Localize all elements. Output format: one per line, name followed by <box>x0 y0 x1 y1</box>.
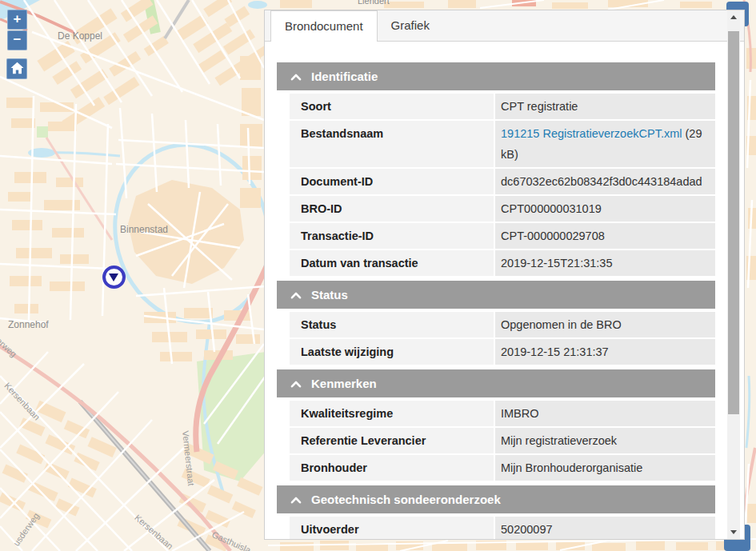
row-value: Opgenomen in de BRO <box>495 312 715 337</box>
row-value: CPT registratie <box>495 94 715 119</box>
row-value: CPT000000031019 <box>495 196 715 222</box>
table-row: Datum van transactie2019-12-15T21:31:35 <box>290 250 715 276</box>
row-label: Transactie-ID <box>290 223 494 249</box>
section-title: Geotechnisch sondeeronderzoek <box>311 493 501 506</box>
row-label: Uitvoerder <box>290 517 494 540</box>
row-value: dc67032ec62b08342f3d0c443184adad <box>495 169 715 194</box>
row-value: 2019-12-15T21:31:35 <box>495 250 715 276</box>
row-value: CPT-000000029708 <box>495 223 715 249</box>
detail-panel: BrondocumentGrafiek IdentificatieSoortCP… <box>264 10 745 540</box>
section-title: Identificatie <box>311 70 378 83</box>
row-value: IMBRO <box>495 401 715 426</box>
zoom-in-button[interactable]: + <box>7 10 27 30</box>
row-value: 50200097 <box>495 517 715 540</box>
chevron-up-icon <box>290 497 302 504</box>
table-row: Referentie LeverancierMijn registratieve… <box>290 428 715 453</box>
tab-brondocument[interactable]: Brondocument <box>270 10 378 42</box>
section-header-geotechnisch-sondeeronderzoek[interactable]: Geotechnisch sondeeronderzoek <box>277 485 715 513</box>
row-label: Datum van transactie <box>290 250 494 276</box>
table-row: Laatste wijziging2019-12-15 21:31:37 <box>290 339 715 365</box>
section-header-identificatie[interactable]: Identificatie <box>277 62 715 90</box>
row-value: 191215 RegistratieverzoekCPT.xml (29 kB) <box>495 121 715 167</box>
row-label: Bronhouder <box>290 455 494 481</box>
table-row: BronhouderMijn Bronhouderorganisatie <box>290 455 715 481</box>
marker-triangle-icon <box>109 274 118 281</box>
tab-grafiek[interactable]: Grafiek <box>378 10 443 41</box>
scrollbar-thumb[interactable] <box>728 31 739 414</box>
table-row: SoortCPT registratie <box>290 94 715 119</box>
scroll-up-button[interactable] <box>727 10 740 24</box>
scroll-down-button[interactable] <box>727 525 740 539</box>
row-label: Bestandsnaam <box>290 121 494 167</box>
section-header-status[interactable]: Status <box>277 281 715 309</box>
row-label: Referentie Leverancier <box>290 428 494 453</box>
chevron-up-icon <box>290 74 302 81</box>
table-row: StatusOpgenomen in de BRO <box>290 312 715 337</box>
row-value: Mijn Bronhouderorganisatie <box>495 455 715 481</box>
row-label: Soort <box>290 94 494 119</box>
arrow-up-icon <box>730 15 737 19</box>
row-value: 2019-12-15 21:31:37 <box>495 339 715 365</box>
map-marker[interactable] <box>102 266 126 289</box>
tab-bar: BrondocumentGrafiek <box>265 10 744 42</box>
row-label: BRO-ID <box>290 196 494 222</box>
row-label: Laatste wijziging <box>290 339 494 365</box>
chevron-up-icon <box>290 292 302 299</box>
section-header-kenmerken[interactable]: Kenmerken <box>277 369 715 397</box>
home-icon <box>10 62 24 78</box>
home-button[interactable] <box>6 58 27 79</box>
panel-scrollbar[interactable] <box>727 10 740 539</box>
table-row: Transactie-IDCPT-000000029708 <box>290 223 715 249</box>
row-label: Status <box>290 312 494 337</box>
table-row: Bestandsnaam191215 RegistratieverzoekCPT… <box>290 121 715 167</box>
table-row: BRO-IDCPT000000031019 <box>290 196 715 222</box>
section-title: Status <box>311 288 348 301</box>
bro-viewer: LiendertDe KoppelBinnenstadZonnehofkerwe… <box>0 0 756 551</box>
table-row: KwaliteitsregimeIMBRO <box>290 401 715 426</box>
file-link[interactable]: 191215 RegistratieverzoekCPT.xml <box>501 127 682 140</box>
table-row: Document-IDdc67032ec62b08342f3d0c443184a… <box>290 169 715 194</box>
row-label: Document-ID <box>290 169 494 194</box>
document-details: IdentificatieSoortCPT registratieBestand… <box>265 42 744 540</box>
row-label: Kwaliteitsregime <box>290 401 494 426</box>
zoom-out-button[interactable]: − <box>7 30 27 50</box>
table-row: Uitvoerder50200097 <box>290 517 715 540</box>
arrow-down-icon <box>730 530 737 534</box>
section-title: Kenmerken <box>311 377 377 390</box>
row-value: Mijn registratieverzoek <box>495 428 715 453</box>
chevron-up-icon <box>290 381 302 388</box>
